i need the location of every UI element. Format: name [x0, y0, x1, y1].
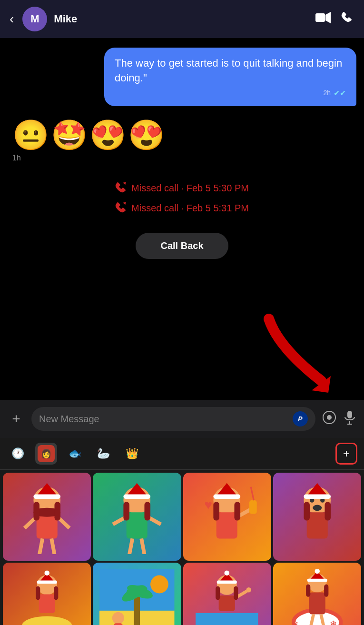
header-icons: [315, 11, 354, 28]
sticker-tabs: 🕐 👩 🐟 🦢 👑 +: [0, 438, 364, 470]
svg-rect-0: [315, 13, 325, 22]
sticker-cell-4[interactable]: [273, 473, 361, 561]
svg-rect-36: [214, 494, 241, 498]
svg-rect-15: [33, 494, 60, 498]
missed-calls-section: Missed call · Feb 5 5:30 PM Missed call …: [8, 181, 356, 259]
outgoing-bubble: The way to get started is to quit talkin…: [104, 48, 356, 106]
svg-point-60: [44, 571, 49, 575]
svg-rect-69: [114, 624, 123, 625]
sticker-cell-3[interactable]: ♥: [183, 473, 271, 561]
svg-point-56: [22, 616, 72, 625]
svg-rect-50: [304, 502, 310, 520]
svg-rect-73: [219, 595, 235, 611]
call-back-button[interactable]: Call Back: [136, 233, 228, 259]
svg-rect-72: [217, 581, 237, 584]
sticker-cell-2[interactable]: [93, 473, 181, 561]
svg-rect-51: [325, 502, 331, 520]
svg-rect-55: [39, 595, 55, 613]
sticker-tab-swan[interactable]: 🦢: [92, 443, 114, 465]
svg-rect-54: [37, 581, 57, 584]
svg-rect-21: [33, 502, 39, 520]
message-placeholder: New Message: [39, 414, 288, 425]
svg-rect-24: [127, 512, 148, 538]
missed-call-icon-1: [115, 181, 127, 196]
sticker-panel: 🕐 👩 🐟 🦢 👑 +: [0, 438, 364, 625]
sticker-cell-7[interactable]: [183, 563, 271, 625]
svg-point-75: [246, 587, 251, 592]
mic-button[interactable]: [343, 410, 356, 428]
camera-button[interactable]: [322, 410, 336, 428]
svg-point-46: [313, 505, 322, 511]
phone-call-icon[interactable]: [341, 11, 354, 28]
svg-rect-41: [214, 502, 220, 520]
outgoing-time: 2h ✔✔: [115, 89, 346, 98]
svg-text:❄: ❄: [330, 619, 337, 625]
missed-call-text-2: Missed call · Feb 5 5:31 PM: [131, 203, 249, 214]
missed-call-text-1: Missed call · Feb 5 5:30 PM: [131, 183, 249, 194]
svg-point-68: [112, 612, 124, 624]
missed-call-row-1: Missed call · Feb 5 5:30 PM: [115, 181, 249, 196]
svg-rect-58: [36, 586, 40, 600]
svg-line-29: [129, 538, 132, 554]
sticker-cell-5[interactable]: ⭐: [3, 563, 91, 625]
back-button[interactable]: ‹: [10, 11, 14, 27]
add-attachment-button[interactable]: +: [8, 411, 25, 427]
contact-name: Mike: [54, 13, 309, 25]
svg-line-18: [39, 538, 42, 554]
svg-rect-42: [235, 502, 241, 520]
sticker-tab-fish[interactable]: 🐟: [64, 443, 86, 465]
svg-rect-47: [306, 512, 327, 538]
svg-rect-59: [54, 586, 58, 600]
paypal-icon: P: [293, 411, 308, 427]
sticker-cell-8[interactable]: ❄ ❄: [273, 563, 361, 625]
message-input-container[interactable]: New Message P: [31, 407, 315, 431]
svg-line-30: [141, 538, 144, 554]
sticker-cell-1[interactable]: [3, 473, 91, 561]
svg-line-19: [51, 538, 54, 554]
svg-rect-89: [309, 593, 325, 615]
svg-rect-83: [307, 579, 327, 582]
svg-point-84: [315, 569, 319, 574]
avatar: M: [22, 7, 47, 31]
svg-rect-77: [234, 586, 238, 600]
svg-rect-80: [196, 613, 258, 625]
svg-marker-1: [325, 12, 331, 23]
svg-rect-26: [124, 494, 151, 498]
svg-point-63: [150, 575, 168, 594]
svg-point-78: [225, 571, 229, 575]
svg-text:❄: ❄: [291, 619, 298, 625]
svg-rect-31: [124, 502, 130, 520]
sticker-tab-recent[interactable]: 🕐: [7, 443, 29, 465]
sticker-tab-crown[interactable]: 👑: [121, 443, 143, 465]
svg-point-8: [327, 415, 332, 420]
svg-rect-76: [216, 586, 220, 600]
sticker-cell-6[interactable]: [93, 563, 181, 625]
emoji-time: 1h: [12, 154, 356, 162]
emoji-message: 😐🤩😍😍: [12, 120, 356, 150]
outgoing-message-text: The way to get started is to quit talkin…: [115, 56, 346, 86]
svg-rect-93: [324, 585, 328, 597]
svg-rect-38: [249, 500, 257, 514]
svg-line-39: [251, 487, 254, 500]
input-bar: + New Message P: [0, 400, 364, 438]
svg-rect-49: [304, 494, 331, 498]
missed-call-icon-2: [115, 201, 127, 216]
svg-rect-34: [216, 512, 237, 538]
svg-rect-92: [306, 585, 310, 597]
header: ‹ M Mike: [0, 0, 364, 38]
video-call-icon[interactable]: [315, 11, 331, 27]
svg-rect-22: [54, 502, 60, 520]
svg-text:♥: ♥: [205, 497, 213, 512]
chat-area: The way to get started is to quit talkin…: [0, 38, 364, 400]
read-receipt-icon: ✔✔: [334, 89, 346, 98]
missed-call-row-2: Missed call · Feb 5 5:31 PM: [115, 201, 249, 216]
svg-marker-6: [312, 376, 331, 393]
arrow-annotation: [250, 309, 335, 395]
svg-rect-9: [347, 411, 352, 418]
sticker-tab-add-button[interactable]: +: [335, 443, 357, 465]
svg-rect-32: [145, 502, 151, 520]
sticker-tab-girl[interactable]: 👩: [35, 443, 57, 465]
sticker-grid: ♥: [0, 470, 364, 625]
